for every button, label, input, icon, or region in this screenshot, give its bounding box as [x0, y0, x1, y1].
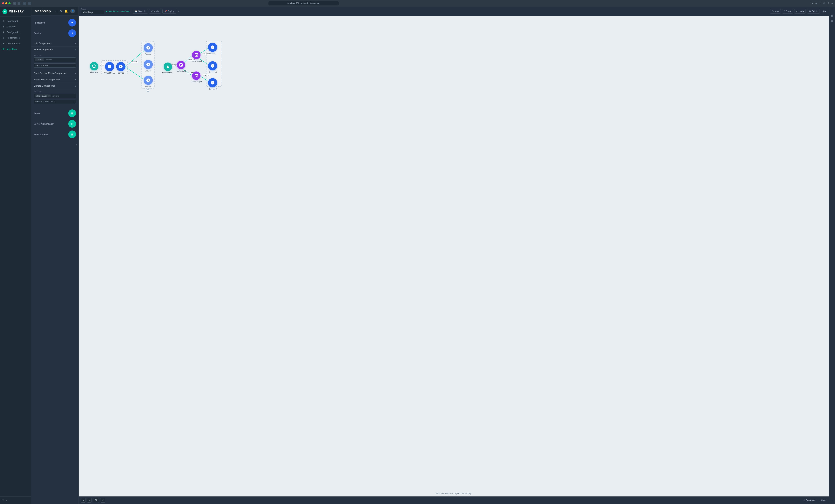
right-panel-icon-3[interactable]: 🖥	[831, 20, 833, 23]
verify-icon: ✓	[151, 10, 153, 13]
versions-input-linkerd[interactable]: stable-2.10.2 ✕ Versions	[34, 94, 76, 98]
sidebar-item-meshmap[interactable]: ⊞ MeshMap	[0, 46, 31, 52]
component-item-service[interactable]: Service ✦	[34, 28, 76, 38]
collapse-icon[interactable]: ‹	[76, 142, 77, 146]
versions-label: Versions	[34, 90, 76, 93]
right-panel-collapse-icon[interactable]: ›	[832, 499, 832, 502]
forward-nav[interactable]: ›	[18, 2, 20, 5]
fullscreen-button[interactable]: ⤢	[101, 498, 105, 503]
extensions-icon[interactable]: ⊞	[812, 2, 814, 5]
new-button[interactable]: ✎ New	[770, 9, 781, 14]
save-as-button[interactable]: 💾 Save As	[133, 9, 148, 14]
remove-version-icon[interactable]: ✕	[41, 59, 43, 61]
copy-button[interactable]: ⎘ Copy	[782, 9, 793, 14]
node-virtual-service[interactable]: Virtual Ser...	[104, 62, 115, 74]
minimize-button[interactable]	[5, 2, 7, 4]
sidebar-item-lifecycle[interactable]: ⚙ Lifecycle	[0, 24, 31, 29]
component-item-server[interactable]: Server ⊞	[34, 108, 76, 119]
node-service-group[interactable]: Service	[116, 62, 125, 74]
component-item-server-auth[interactable]: Server Authorization ⊞	[34, 119, 76, 129]
node-service-1[interactable]: Service-1	[208, 43, 217, 55]
clear-button[interactable]: ↺ Clear	[819, 499, 826, 502]
settings-icon[interactable]: ⚙	[823, 2, 826, 5]
screenshot-button[interactable]: ⚙ Screenshot	[803, 499, 817, 502]
sidebar-logo: ✦ MESHERY	[0, 7, 31, 17]
verify-button[interactable]: ✓ Verify	[149, 9, 161, 14]
remove-version-linkerd-icon[interactable]: ✕	[48, 95, 50, 97]
sidebar-item-dashboard[interactable]: ⊞ Dashboard	[0, 18, 31, 24]
sun-icon[interactable]: ✦	[55, 9, 57, 13]
category-label: Istio Components	[34, 42, 52, 45]
bookmark-icon[interactable]: ☆	[819, 2, 821, 5]
chevron-down-icon: ▾	[75, 78, 76, 81]
menu-icon[interactable]: ⋮	[827, 2, 830, 5]
version-select[interactable]: Version 1.3.0 ▴	[34, 63, 76, 67]
zoom-in-button[interactable]: +	[81, 498, 86, 503]
node-service-2[interactable]: Service-2	[208, 78, 217, 90]
saved-badge: ☁ Saved to Meshery Cloud	[106, 10, 129, 13]
new-icon: ✎	[772, 10, 774, 13]
zoom-out-button[interactable]: −	[87, 498, 91, 503]
sidebar-item-label: Performance	[7, 37, 20, 39]
tab-icon: ⊙	[28, 2, 31, 5]
versions-input[interactable]: 1.3.0 ✕ Versions	[34, 57, 76, 62]
category-traefik[interactable]: Traefik Mesh Components ▾	[31, 76, 79, 83]
node-traffic-target-1[interactable]: Traffic Target	[191, 51, 202, 62]
right-panel-icon-2[interactable]: ▣	[831, 14, 833, 17]
node-destination[interactable]: Destination...	[162, 62, 174, 74]
version-select-linkerd[interactable]: Version stable-2.10.2 ▴	[34, 100, 76, 104]
panel-collapse[interactable]: ‹	[31, 141, 79, 147]
right-panel: ↑ ▣ 🖥 ›	[829, 7, 835, 504]
sidebar-item-label: MeshMap	[7, 48, 17, 51]
service-1-node-icon	[208, 43, 217, 52]
back-icon[interactable]: ‹	[6, 499, 7, 502]
save-icon: 💾	[135, 10, 138, 13]
download-icon[interactable]: ⊕	[815, 2, 817, 5]
configuration-icon: ✦	[2, 31, 5, 34]
bell-icon[interactable]: 🔔	[64, 9, 68, 13]
category-istio[interactable]: Istio Components ▾	[31, 40, 79, 46]
component-label: Service	[34, 32, 41, 35]
delete-button[interactable]: 🗑 Delete	[807, 9, 820, 14]
sidebar-item-label: Lifecycle	[7, 25, 16, 28]
category-linkerd[interactable]: Linkerd Components ▴	[31, 83, 79, 89]
sidebar-item-configuration[interactable]: ✦ Configuration	[0, 29, 31, 35]
svg-line-1	[125, 51, 144, 67]
deploy-button[interactable]: 🚀 Deploy	[162, 9, 176, 14]
help-button[interactable]: ?	[178, 9, 179, 13]
category-osm[interactable]: Open Service Mesh Components ▾	[31, 70, 79, 76]
node-label: Traffic Target	[191, 60, 202, 62]
kuma-versions-section: Versions 1.3.0 ✕ Versions Version 1.3.0 …	[31, 53, 79, 70]
gear-icon[interactable]: ⚙	[60, 9, 62, 13]
virtual-service-node-icon	[105, 62, 114, 71]
undo-button[interactable]: ↩ Undo	[794, 9, 806, 14]
help-icon[interactable]: ?	[2, 499, 4, 502]
versions-placeholder-linkerd: Versions	[52, 95, 59, 97]
component-item-service-profile[interactable]: Service Profile ⊞	[34, 129, 76, 140]
sidebar-item-performance[interactable]: ◈ Performance	[0, 35, 31, 41]
node-traffic-target-2[interactable]: Traffic Target	[191, 72, 202, 83]
node-label: Service-1	[208, 53, 217, 55]
new-tab-icon[interactable]: +	[832, 2, 833, 5]
node-service-3[interactable]: Service-3	[208, 61, 217, 73]
header-right-icons: ✦ ⚙ 🔔 👤	[55, 9, 75, 13]
node-traffic-split[interactable]: Traffic Split	[176, 61, 186, 72]
close-button[interactable]	[2, 2, 4, 4]
category-kuma[interactable]: Kuma Components ▴	[31, 46, 79, 53]
node-gateway[interactable]: Gateway	[90, 62, 98, 73]
service-2-node-icon	[208, 78, 217, 87]
sidebar-item-conformance[interactable]: ⊛ Conformance	[0, 41, 31, 46]
right-panel-icon-1[interactable]: ↑	[831, 8, 833, 12]
address-bar[interactable]: localhost:9081/extension/meshmap	[268, 1, 339, 5]
maximize-button[interactable]	[8, 2, 11, 4]
user-avatar[interactable]: 👤	[70, 9, 75, 13]
copy-icon: ⎘	[784, 10, 785, 13]
hide-button[interactable]: Hide	[821, 10, 826, 13]
canvas-body[interactable]: 80 HTTP 80 HTTP 9081 gRP... 443 HTTP 80 …	[79, 16, 829, 497]
component-item-application[interactable]: Application ✦	[34, 17, 76, 28]
name-input[interactable]	[81, 10, 104, 14]
version-tag-linkerd: stable-2.10.2 ✕	[35, 95, 51, 97]
back-nav[interactable]: ‹	[13, 2, 16, 5]
fit-button[interactable]: Fit	[93, 498, 99, 502]
top-header: MeshMap ✦ ⚙ 🔔 👤	[31, 7, 79, 16]
